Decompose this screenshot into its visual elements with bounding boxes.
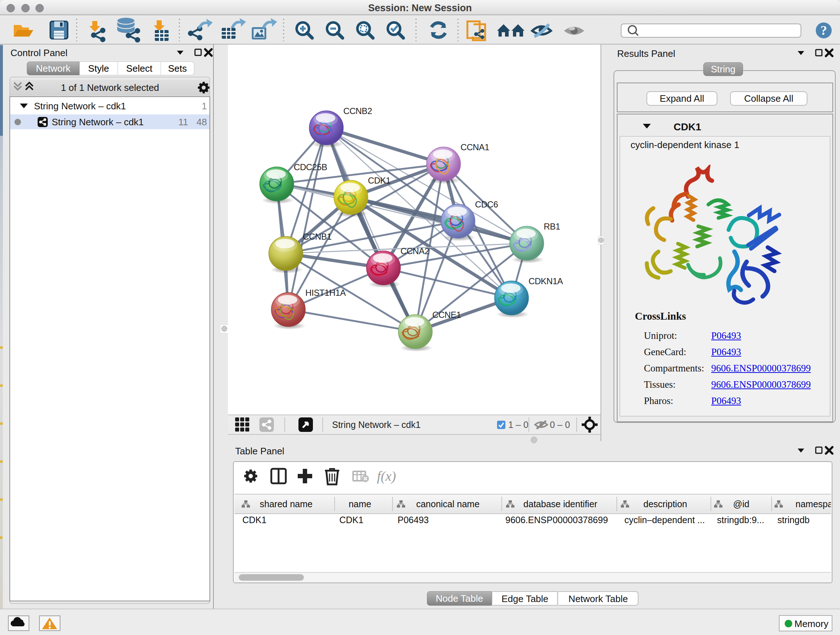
svg-text:CCNA2: CCNA2	[401, 246, 429, 256]
svg-text:11: 11	[178, 117, 188, 127]
svg-text:@id: @id	[733, 499, 750, 509]
svg-text:String Network – cdk1: String Network – cdk1	[332, 420, 421, 430]
svg-text:CDC6: CDC6	[475, 200, 498, 209]
svg-text:database identifier: database identifier	[523, 499, 597, 509]
svg-text:CCNB1: CCNB1	[303, 232, 332, 241]
svg-text:description: description	[644, 499, 687, 509]
svg-text:CDK1: CDK1	[368, 176, 390, 185]
svg-text:CCNE1: CCNE1	[432, 310, 461, 320]
svg-text:CDK1: CDK1	[674, 121, 701, 133]
svg-text:String Network – cdk1: String Network – cdk1	[34, 101, 126, 111]
svg-text:shared name: shared name	[260, 499, 313, 509]
svg-text:CCNB2: CCNB2	[343, 106, 372, 116]
svg-text:canonical name: canonical name	[416, 499, 479, 509]
svg-text:0 – 0: 0 – 0	[550, 420, 570, 430]
svg-text:48: 48	[196, 117, 207, 127]
svg-text:namespace: namespace	[796, 499, 831, 509]
svg-text:?: ?	[821, 23, 827, 38]
svg-text:1 of 1 Network selected: 1 of 1 Network selected	[61, 82, 159, 93]
svg-text:CCNA1: CCNA1	[461, 142, 489, 152]
svg-text:String Network – cdk1: String Network – cdk1	[52, 117, 144, 127]
svg-text:HIST1H1A: HIST1H1A	[305, 288, 346, 298]
svg-text:RB1: RB1	[544, 222, 561, 231]
svg-text:CDC25B: CDC25B	[294, 162, 327, 172]
svg-text:f(x): f(x)	[377, 469, 396, 484]
svg-text:1 – 0: 1 – 0	[508, 420, 529, 430]
svg-text:name: name	[349, 499, 371, 509]
svg-text:CDKN1A: CDKN1A	[529, 276, 563, 286]
svg-text:1: 1	[202, 101, 207, 111]
